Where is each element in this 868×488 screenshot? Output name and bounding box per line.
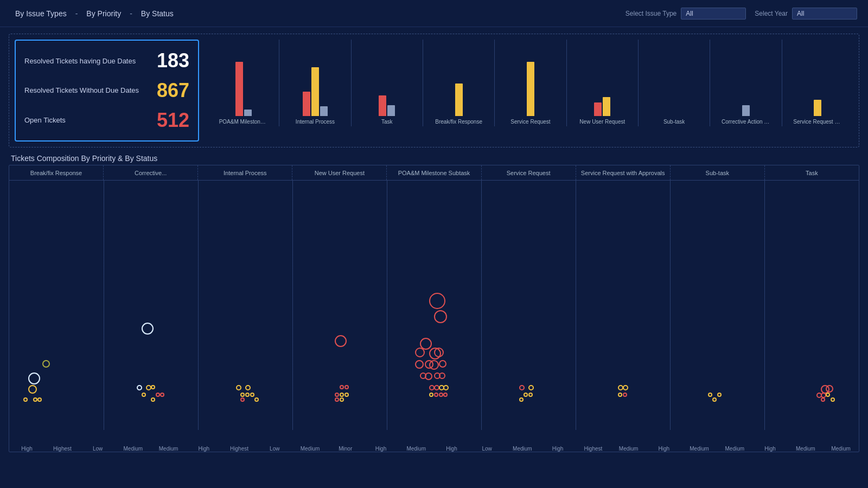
bubble-16 <box>240 393 245 397</box>
nav-by-status[interactable]: By Status <box>137 7 178 20</box>
bar-group-0: POA&M Milestone Subtask <box>208 40 279 125</box>
bubble-10 <box>142 393 146 397</box>
bars-row-4 <box>527 40 534 116</box>
bar-gray-7 <box>742 105 750 116</box>
col-divider-3 <box>292 181 293 430</box>
bubble-section: Tickets Composition By Priority & By Sta… <box>9 154 859 452</box>
summary-area: Resolved Tickets having Due Dates 183 Re… <box>9 34 859 147</box>
bubble-53 <box>524 393 528 397</box>
bar-gray-1 <box>320 106 328 116</box>
col-header-0: Break/fix Response <box>9 165 104 180</box>
bar-label-2: Task <box>381 119 393 125</box>
bubble-61 <box>717 393 722 397</box>
x-label-9: Minor <box>328 446 363 452</box>
bubble-18 <box>250 393 254 397</box>
x-label-0: High <box>9 446 44 452</box>
col-divider-2 <box>198 181 199 430</box>
bar-label-1: Internal Process <box>296 119 335 125</box>
bar-label-3: Break/fix Response <box>435 119 482 125</box>
bubble-3 <box>37 397 42 402</box>
bubble-49 <box>439 393 443 397</box>
bars-row-0 <box>235 40 252 116</box>
bubble-68 <box>821 397 825 402</box>
bar-chart-area: POA&M Milestone SubtaskInternal ProcessT… <box>208 40 853 142</box>
x-label-13: Low <box>469 446 505 452</box>
x-label-3: Medium <box>116 446 151 452</box>
x-label-2: Low <box>80 446 115 452</box>
col-header-2: Internal Process <box>198 165 292 180</box>
bars-row-5 <box>594 40 610 116</box>
bubble-35 <box>415 360 424 369</box>
col-divider-7 <box>670 181 671 430</box>
bar-group-8: Service Request with Approvals <box>782 40 853 125</box>
x-label-17: Medium <box>611 446 646 452</box>
bubble-47 <box>429 393 433 397</box>
bubble-26 <box>344 393 349 397</box>
kpi-resolved-with-due-value: 183 <box>157 49 189 72</box>
bar-label-6: Sub-task <box>663 119 685 125</box>
bar-red-0 <box>235 62 243 116</box>
bubble-22 <box>340 385 344 389</box>
kpi-resolved-with-due: Resolved Tickets having Due Dates 183 <box>24 46 189 75</box>
bubble-6 <box>142 323 154 335</box>
select-year[interactable]: All <box>792 8 857 20</box>
x-label-5: High <box>186 446 221 452</box>
bars-row-8 <box>814 40 821 116</box>
bubble-60 <box>708 393 712 397</box>
nav-tabs: By Issue Types - By Priority - By Status <box>11 7 620 20</box>
bubble-67 <box>826 393 830 397</box>
x-label-10: High <box>363 446 398 452</box>
bar-group-2: Task <box>352 40 423 125</box>
bubble-21 <box>335 335 347 347</box>
bubble-52 <box>528 385 534 390</box>
bubble-27 <box>335 397 339 402</box>
bar-group-6: Sub-task <box>639 40 710 125</box>
bar-gray-2 <box>387 105 395 116</box>
col-header-8: Task <box>765 165 859 180</box>
bar-yellow-1 <box>311 67 319 116</box>
nav-by-issue-types[interactable]: By Issue Types <box>11 7 71 20</box>
bubble-23 <box>344 385 349 389</box>
x-label-12: High <box>434 446 469 452</box>
bubble-17 <box>245 393 250 397</box>
bubble-12 <box>160 393 164 397</box>
bubble-5 <box>42 360 50 368</box>
select-issue-type-group: Select Issue Type All <box>626 8 746 20</box>
bubble-20 <box>240 397 245 402</box>
bubble-58 <box>618 393 622 397</box>
col-header-4: POA&M Milestone Subtask <box>387 165 481 180</box>
x-label-1: Highest <box>44 446 80 452</box>
bubble-57 <box>623 385 628 390</box>
kpi-open-tickets: Open Tickets 512 <box>24 106 189 135</box>
bar-label-4: Service Request <box>510 119 550 125</box>
select-issue-type-label: Select Issue Type <box>626 10 677 17</box>
bubble-32 <box>415 348 425 357</box>
bar-label-5: New User Request <box>579 119 625 125</box>
x-label-7: Low <box>257 446 292 452</box>
bubble-0 <box>28 385 37 394</box>
bar-red-1 <box>303 92 310 116</box>
col-header-7: Sub-task <box>671 165 765 180</box>
x-axis: HighHighestLowMediumMediumHighHighestLow… <box>9 430 859 452</box>
select-issue-type[interactable]: All <box>681 8 746 20</box>
x-label-20: Medium <box>717 446 752 452</box>
bubble-69 <box>831 397 835 402</box>
bubble-51 <box>519 385 525 390</box>
col-header-3: New User Request <box>292 165 387 180</box>
x-label-21: High <box>752 446 788 452</box>
col-divider-8 <box>764 181 765 430</box>
bubble-25 <box>340 393 344 397</box>
bars-row-2 <box>379 40 395 116</box>
bar-red-2 <box>379 95 386 116</box>
bubble-55 <box>519 397 524 402</box>
bar-yellow-8 <box>814 100 821 116</box>
header: By Issue Types - By Priority - By Status… <box>0 0 868 27</box>
bubble-37 <box>429 360 439 370</box>
bubble-11 <box>156 393 160 397</box>
bar-group-4: Service Request <box>495 40 566 125</box>
bar-group-1: Internal Process <box>279 40 350 125</box>
kpi-open-tickets-value: 512 <box>157 109 189 132</box>
bubble-48 <box>434 393 438 397</box>
nav-by-priority[interactable]: By Priority <box>82 7 125 20</box>
bubble-14 <box>236 385 241 390</box>
